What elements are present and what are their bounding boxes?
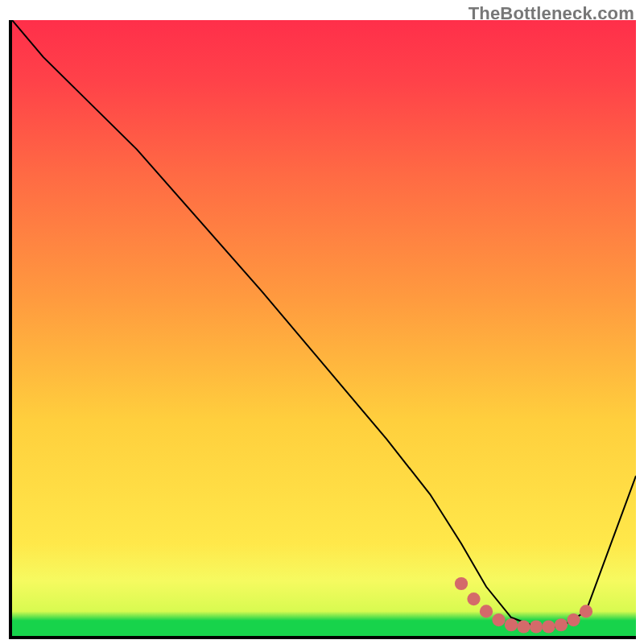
- curve-layer: [12, 20, 636, 636]
- highlight-dots: [455, 577, 592, 634]
- svg-point-2: [467, 592, 480, 605]
- svg-point-10: [567, 613, 580, 626]
- svg-point-7: [530, 620, 543, 633]
- chart-container: TheBottleneck.com: [0, 0, 644, 644]
- svg-point-9: [555, 618, 568, 631]
- svg-point-3: [480, 605, 493, 617]
- plot-area: [9, 20, 636, 639]
- bottleneck-curve: [12, 20, 636, 627]
- svg-point-4: [492, 613, 505, 626]
- svg-point-5: [505, 618, 518, 631]
- svg-point-6: [517, 620, 530, 633]
- svg-point-11: [580, 605, 592, 617]
- svg-point-1: [455, 577, 468, 590]
- svg-point-8: [542, 620, 555, 633]
